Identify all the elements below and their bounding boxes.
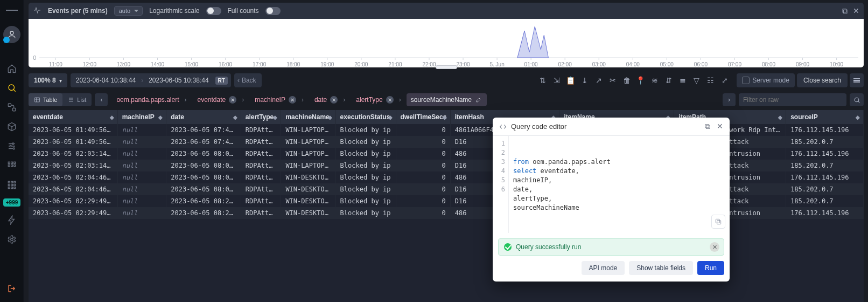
table-row[interactable]: 2023-06-05 02:04:46.641null2023-06-05 08… bbox=[29, 171, 864, 183]
cell: Blocked by ip bbox=[335, 148, 396, 160]
pencil-icon[interactable] bbox=[475, 96, 482, 104]
svg-rect-21 bbox=[14, 187, 16, 189]
bolt-icon[interactable] bbox=[6, 214, 18, 226]
log-scale-toggle[interactable] bbox=[206, 7, 221, 15]
pivot-icon[interactable]: ⇅ bbox=[537, 74, 549, 86]
status-close-icon[interactable]: ✕ bbox=[710, 242, 719, 252]
column-header[interactable]: sourceIP◆ bbox=[786, 110, 864, 124]
svg-text:11:00: 11:00 bbox=[49, 61, 63, 67]
back-button[interactable]: ‹Back bbox=[234, 73, 262, 87]
close-search-button[interactable]: Close search bbox=[797, 73, 848, 87]
cell: RDPAttack bbox=[241, 195, 281, 207]
column-header[interactable]: executionStatus◆ bbox=[335, 110, 396, 124]
trash-icon[interactable]: 🗑 bbox=[621, 74, 633, 86]
svg-text:02:00: 02:00 bbox=[558, 61, 572, 67]
time-range[interactable]: 2023-06-04 10:38:44 › 2023-06-05 10:38:4… bbox=[71, 73, 231, 87]
raw-filter-input[interactable] bbox=[739, 93, 846, 106]
range-to: 2023-06-05 10:38:44 bbox=[143, 77, 214, 84]
crumb-remove-icon[interactable]: ✕ bbox=[330, 96, 338, 104]
popout-icon[interactable]: ⧉ bbox=[842, 6, 848, 16]
svg-rect-12 bbox=[14, 165, 16, 167]
breadcrumb-selected[interactable]: sourceMachineName bbox=[407, 93, 487, 106]
editor-dock-icon[interactable]: ⧉ bbox=[705, 122, 710, 131]
share-icon[interactable]: ↗ bbox=[593, 74, 605, 86]
filter-icon[interactable]: ▽ bbox=[691, 74, 703, 86]
crumb-next-icon[interactable]: › bbox=[723, 93, 736, 106]
calendar-icon[interactable]: ☷ bbox=[705, 74, 717, 86]
crumb-remove-icon[interactable]: ✕ bbox=[386, 96, 394, 104]
notification-badge[interactable]: +999 bbox=[3, 198, 21, 207]
package-icon[interactable] bbox=[6, 121, 18, 133]
column-header[interactable]: machineName◆ bbox=[281, 110, 335, 124]
more-menu-icon[interactable] bbox=[850, 73, 864, 87]
cell: WIN-LAPTOP-1 bbox=[281, 136, 335, 148]
grid-icon[interactable] bbox=[6, 160, 18, 171]
logout-icon[interactable] bbox=[6, 283, 18, 294]
table-row[interactable]: 2023-06-05 02:29:49.470null2023-06-05 08… bbox=[29, 195, 864, 207]
svg-text:03:00: 03:00 bbox=[592, 61, 606, 67]
flow-icon[interactable] bbox=[6, 101, 18, 113]
svg-rect-7 bbox=[8, 162, 10, 163]
run-button[interactable]: Run bbox=[697, 261, 724, 275]
full-counts-toggle[interactable] bbox=[265, 7, 281, 15]
scissors-icon[interactable]: ✂ bbox=[607, 74, 619, 86]
export-icon[interactable]: ⇲ bbox=[551, 74, 563, 86]
column-header[interactable]: dwellTimeSecs◆ bbox=[396, 110, 450, 124]
download-icon[interactable]: ⤓ bbox=[579, 74, 591, 86]
breadcrumb-item[interactable]: alertType✕ bbox=[351, 93, 406, 106]
cell: RDPAttack bbox=[241, 136, 281, 148]
sliders-icon[interactable] bbox=[6, 140, 18, 152]
pin-icon[interactable]: 📍 bbox=[635, 74, 647, 86]
gear-icon[interactable] bbox=[6, 234, 18, 245]
breadcrumb-item[interactable]: machineIP✕ bbox=[249, 93, 309, 106]
crumb-remove-icon[interactable]: ✕ bbox=[289, 96, 296, 104]
exit-icon[interactable]: ⤢ bbox=[719, 74, 731, 86]
column-header[interactable]: alertType◆ bbox=[241, 110, 281, 124]
cell: 0 bbox=[396, 171, 450, 183]
list-icon[interactable]: ≣ bbox=[677, 74, 689, 86]
crumb-remove-icon[interactable]: ✕ bbox=[229, 96, 236, 104]
table-row[interactable]: 2023-06-05 02:03:14.531null2023-06-05 08… bbox=[29, 160, 864, 171]
cell: null bbox=[117, 136, 166, 148]
view-list[interactable]: List bbox=[62, 93, 92, 106]
close-chart-icon[interactable]: ✕ bbox=[853, 6, 859, 16]
menu-icon[interactable] bbox=[6, 4, 18, 16]
svg-rect-17 bbox=[11, 184, 13, 186]
interval-select[interactable]: auto bbox=[114, 6, 143, 16]
home-icon[interactable] bbox=[6, 63, 18, 74]
table-row[interactable]: 2023-06-05 01:49:56.735null2023-06-05 07… bbox=[29, 136, 864, 148]
table-row[interactable]: 2023-06-05 02:29:49.858null2023-06-05 08… bbox=[29, 207, 864, 219]
tune-icon[interactable]: ≋ bbox=[649, 74, 661, 86]
table-row[interactable]: 2023-06-05 01:49:56.574null2023-06-05 07… bbox=[29, 124, 864, 136]
cell: 0 bbox=[396, 136, 450, 148]
code-editor[interactable]: from oem.panda.paps.alert select eventda… bbox=[509, 136, 730, 233]
grid2-icon[interactable] bbox=[6, 179, 18, 191]
show-fields-button[interactable]: Show table fields bbox=[629, 261, 693, 275]
api-mode-button[interactable]: API mode bbox=[582, 261, 625, 275]
breadcrumb-item[interactable]: eventdate✕ bbox=[192, 93, 250, 106]
clipboard-icon[interactable]: 📋 bbox=[565, 74, 577, 86]
editor-close-icon[interactable]: ✕ bbox=[717, 122, 723, 131]
table-row[interactable]: 2023-06-05 02:04:46.641null2023-06-05 08… bbox=[29, 183, 864, 195]
resize-handle-icon[interactable] bbox=[436, 65, 457, 69]
breadcrumb-item[interactable]: date✕ bbox=[309, 93, 351, 106]
search-icon[interactable] bbox=[6, 82, 18, 94]
chart-area[interactable]: 011:0012:0013:0014:0015:0016:0017:0018:0… bbox=[29, 19, 864, 67]
svg-text:04:00: 04:00 bbox=[626, 61, 640, 67]
server-mode-toggle[interactable]: Server mode bbox=[737, 73, 795, 87]
column-header[interactable]: date◆ bbox=[166, 110, 241, 124]
table-row[interactable]: 2023-06-05 02:03:14.402null2023-06-05 08… bbox=[29, 148, 864, 160]
sort-icon[interactable]: ⇵ bbox=[663, 74, 675, 86]
column-header[interactable]: machineIP◆ bbox=[117, 110, 166, 124]
svg-text:18:00: 18:00 bbox=[286, 61, 300, 67]
avatar[interactable] bbox=[3, 26, 20, 43]
crumb-prev-icon[interactable]: ‹ bbox=[95, 93, 108, 106]
zoom-pill[interactable]: 100% 8▾ bbox=[29, 73, 67, 87]
editor-footer: API mode Show table fields Run bbox=[493, 261, 730, 282]
search-button-icon[interactable] bbox=[850, 93, 864, 106]
copy-icon[interactable] bbox=[711, 215, 725, 229]
view-table[interactable]: Table bbox=[29, 93, 62, 106]
cell: 176.112.145.196 bbox=[786, 207, 864, 219]
column-header[interactable]: eventdate◆ bbox=[29, 110, 117, 124]
breadcrumb-item[interactable]: oem.panda.paps.alert bbox=[111, 93, 192, 106]
